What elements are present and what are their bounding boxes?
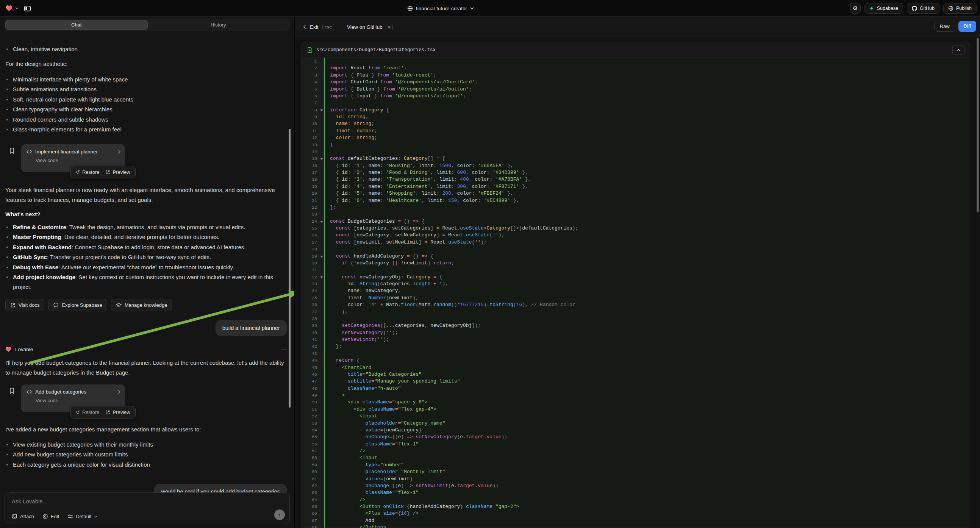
project-switcher[interactable]: financial-future-creator xyxy=(407,0,474,17)
code-line: 31 xyxy=(302,267,970,274)
code-panel-scrollbar[interactable] xyxy=(977,38,979,212)
code-line: 25 const [categories, setCategories] = R… xyxy=(302,225,970,232)
user-message-bubble: build a financial planner xyxy=(216,320,287,336)
fold-caret-icon[interactable] xyxy=(320,110,323,111)
restore-button[interactable]: ↺ Restore xyxy=(76,409,99,415)
assistant-intro-paragraph: I'll help you add budget categories to t… xyxy=(5,358,289,378)
code-brackets-icon xyxy=(27,149,32,154)
code-line: 39 setCategories([...categories, newCate… xyxy=(302,322,970,329)
toggle-sidebar-icon[interactable] xyxy=(24,5,31,12)
restore-icon: ↺ xyxy=(76,169,80,175)
code-line: 57 /> xyxy=(302,448,970,455)
chat-input[interactable] xyxy=(12,498,239,504)
code-line: 23 xyxy=(302,211,970,218)
chevron-left-icon[interactable] xyxy=(303,25,306,29)
list-item: Clean typography with clear hierarchies xyxy=(0,105,284,115)
code-line: 11 limit: number; xyxy=(302,128,970,134)
code-line: 38 xyxy=(302,315,970,322)
code-line: 3import { Plus } from 'lucide-react'; xyxy=(302,72,970,79)
project-globe-icon xyxy=(407,6,413,11)
diff-toggle-button[interactable]: Diff xyxy=(958,21,976,32)
explore-supabase-button[interactable]: Explore Supabase xyxy=(48,299,107,311)
chat-scrollbar[interactable] xyxy=(289,129,291,407)
preview-button[interactable]: Preview xyxy=(105,169,130,175)
tab-chat[interactable]: Chat xyxy=(5,20,148,30)
code-line: 14 xyxy=(302,148,970,155)
fold-caret-icon[interactable] xyxy=(320,277,323,278)
code-line: 40 setNewCategory(''); xyxy=(302,329,970,336)
project-chevron-down-icon xyxy=(470,7,474,10)
arrow-up-icon: ↑ xyxy=(278,512,281,518)
file-added-icon xyxy=(307,47,312,53)
code-line: 61 value={newLimit} xyxy=(302,476,970,483)
settings-button[interactable]: ⚙ xyxy=(850,3,861,14)
logo-chevron-down-icon[interactable] xyxy=(15,7,19,10)
attach-button[interactable]: Attach xyxy=(12,514,34,519)
github-button[interactable]: GitHub xyxy=(907,3,939,14)
bookmark-icon[interactable] xyxy=(9,147,15,154)
supabase-button[interactable]: Supabase xyxy=(864,3,903,14)
lovable-logo-icon[interactable] xyxy=(5,5,13,12)
tab-history[interactable]: History xyxy=(148,20,290,30)
code-line: 49 > xyxy=(302,392,970,399)
topbar: financial-future-creator ⚙ Supabase GitH… xyxy=(0,0,980,17)
version-card-title: Add budget categories xyxy=(35,389,115,395)
external-link-icon xyxy=(105,410,110,415)
list-item: Minimalist interface with plenty of whit… xyxy=(0,75,284,84)
publish-button[interactable]: Publish xyxy=(943,3,977,14)
code-line: 66 <Plus size={16} /> xyxy=(302,510,970,517)
restore-button[interactable]: ↺ Restore xyxy=(76,169,99,175)
code-line: 35 limit: Number(newLimit), xyxy=(302,295,970,302)
github-octocat-icon xyxy=(912,6,917,11)
edit-button[interactable]: Edit xyxy=(43,514,59,519)
code-line: 68 </Button> xyxy=(302,524,970,528)
project-name: financial-future-creator xyxy=(416,6,467,11)
model-selector[interactable]: Default xyxy=(67,514,97,519)
scrollback-bullet-list: Clean, intuitive navigation xyxy=(0,44,284,54)
code-lines[interactable]: 12import React from 'react';3import { Pl… xyxy=(302,58,970,528)
fold-caret-icon[interactable] xyxy=(320,256,323,258)
chevron-right-icon[interactable] xyxy=(118,149,121,154)
send-button[interactable]: ↑ xyxy=(274,509,285,520)
sliders-icon xyxy=(67,514,73,519)
view-on-github-button[interactable]: View on GitHub G xyxy=(347,24,393,30)
file-diff-card: src/components/budget/BudgetCategories.t… xyxy=(302,42,970,528)
circle-dot-icon xyxy=(43,514,48,519)
file-path: src/components/budget/BudgetCategories.t… xyxy=(316,47,948,52)
visit-docs-button[interactable]: Visit docs xyxy=(5,299,45,311)
list-item: Master Prompting: Use clear, detailed, a… xyxy=(0,232,285,242)
message-menu-button[interactable]: ⋯ xyxy=(281,346,288,353)
exit-button[interactable]: Exit xyxy=(310,24,318,30)
code-line: 8interface Category { xyxy=(302,107,970,114)
design-aesthetic-heading: For the design aesthetic: xyxy=(5,59,67,69)
code-line: 60 placeholder="Monthly limit" xyxy=(302,469,970,476)
fold-caret-icon[interactable] xyxy=(320,158,323,160)
esc-key-badge: ESC xyxy=(322,24,334,30)
chat-bubble-icon xyxy=(53,302,59,308)
raw-toggle-button[interactable]: Raw xyxy=(934,21,955,32)
collapse-file-button[interactable] xyxy=(952,45,964,55)
view-code-link[interactable]: View code xyxy=(36,157,121,163)
list-item: Add new budget categories with custom li… xyxy=(0,450,284,460)
bookmark-icon[interactable] xyxy=(9,388,15,394)
code-line: 45 <ChartCard xyxy=(302,364,970,371)
list-item: Rounded corners and subtle shadows xyxy=(0,115,284,125)
assistant-header: Lovable ⋯ xyxy=(5,346,288,353)
code-line: 55 onChange={(e) => setNewCategory(e.tar… xyxy=(302,434,970,441)
preview-button[interactable]: Preview xyxy=(105,409,130,415)
view-code-link[interactable]: View code xyxy=(36,398,121,403)
fold-caret-icon[interactable] xyxy=(320,221,323,223)
image-plus-icon xyxy=(12,514,18,519)
version-hover-toolbar: ↺ Restore Preview xyxy=(70,406,135,418)
code-line: 46 title="Budget Categories" xyxy=(302,371,970,378)
code-line: 15const defaultCategories: Category[] = … xyxy=(302,155,970,162)
code-panel-header: Exit ESC View on GitHub G Raw Diff xyxy=(295,17,980,37)
added-bullet-list: View existing budget categories with the… xyxy=(0,440,284,470)
code-line: 58 <Input xyxy=(302,455,970,461)
code-line: 64 /> xyxy=(302,496,970,503)
manage-knowledge-button[interactable]: Manage knowledge xyxy=(111,299,172,311)
code-line: 53 placeholder="Category name" xyxy=(302,420,970,427)
chevron-right-icon[interactable] xyxy=(118,390,121,394)
lovable-heart-icon xyxy=(5,346,12,353)
code-line: 21 { id: '6', name: 'Healthcare', limit:… xyxy=(302,197,970,204)
